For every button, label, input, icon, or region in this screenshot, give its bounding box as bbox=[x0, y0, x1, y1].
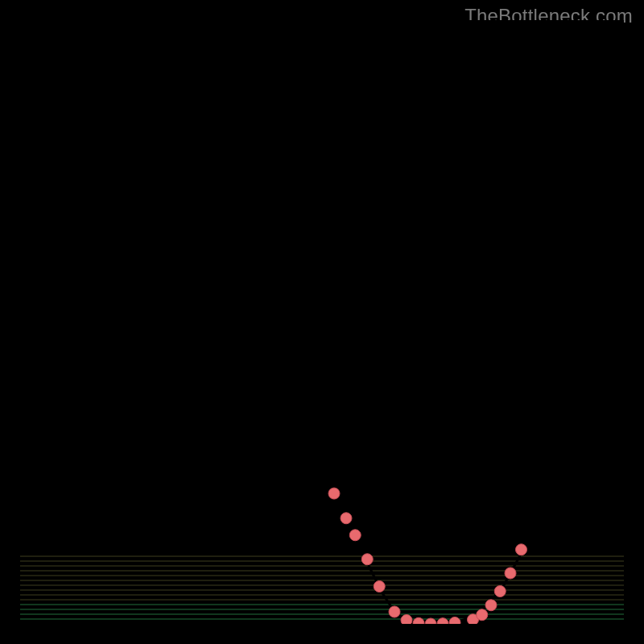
threshold-dot bbox=[401, 615, 412, 625]
threshold-dot bbox=[505, 568, 516, 579]
bottleneck-chart bbox=[20, 20, 624, 624]
threshold-dot bbox=[485, 600, 497, 611]
threshold-dot bbox=[361, 554, 373, 565]
threshold-dot bbox=[341, 513, 352, 524]
threshold-dot bbox=[389, 606, 400, 617]
threshold-dot bbox=[477, 609, 488, 621]
plot-area bbox=[20, 20, 624, 624]
chart-frame: TheBottleneck.com bbox=[0, 0, 644, 644]
threshold-dot bbox=[328, 488, 340, 499]
gradient-background bbox=[20, 20, 624, 624]
threshold-dot bbox=[374, 581, 385, 592]
threshold-dot bbox=[516, 544, 527, 555]
threshold-dot bbox=[349, 530, 361, 541]
threshold-dot bbox=[494, 586, 506, 597]
